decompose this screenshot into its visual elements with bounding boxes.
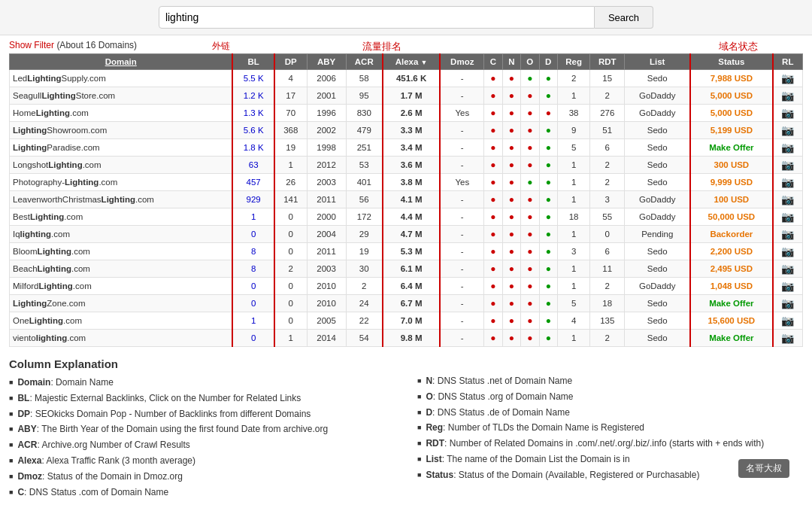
acr-cell: 53 — [346, 157, 383, 174]
bl-cell[interactable]: 8 — [232, 243, 274, 260]
bl-cell[interactable]: 1.2 K — [232, 87, 274, 105]
status-cell[interactable]: Backorder — [690, 226, 772, 243]
rl-cell[interactable]: 📷 — [773, 122, 803, 139]
o-cell: ● — [521, 226, 539, 243]
th-dmoz[interactable]: Dmoz — [440, 54, 483, 70]
bl-cell[interactable]: 0 — [232, 295, 274, 312]
rl-cell[interactable]: 📷 — [773, 87, 803, 105]
status-cell[interactable]: 5,000 USD — [690, 87, 772, 105]
dp-cell: 4 — [274, 70, 307, 87]
bl-cell[interactable]: 0 — [232, 278, 274, 295]
status-cell[interactable]: 7,988 USD — [690, 70, 772, 87]
camera-icon[interactable]: 📷 — [781, 193, 794, 205]
th-n[interactable]: N — [502, 54, 520, 70]
rl-cell[interactable]: 📷 — [773, 139, 803, 157]
bl-cell[interactable]: 8 — [232, 260, 274, 278]
d-cell: ● — [539, 260, 557, 278]
dmoz-cell: - — [440, 208, 483, 226]
rl-cell[interactable]: 📷 — [773, 312, 803, 330]
search-input[interactable] — [159, 6, 595, 29]
status-cell[interactable]: 1,048 USD — [690, 278, 772, 295]
bl-cell[interactable]: 5.5 K — [232, 70, 274, 87]
bl-cell[interactable]: 0 — [232, 226, 274, 243]
th-acr[interactable]: ACR — [346, 54, 383, 70]
status-cell[interactable]: 5,000 USD — [690, 105, 772, 122]
status-cell[interactable]: 2,200 USD — [690, 243, 772, 260]
th-aby[interactable]: ABY — [307, 54, 346, 70]
bl-cell[interactable]: 5.6 K — [232, 122, 274, 139]
th-d[interactable]: D — [539, 54, 557, 70]
status-cell[interactable]: 5,199 USD — [690, 122, 772, 139]
camera-icon[interactable]: 📷 — [781, 159, 794, 171]
rl-cell[interactable]: 📷 — [773, 70, 803, 87]
status-cell[interactable]: 9,999 USD — [690, 174, 772, 191]
th-rdt[interactable]: RDT — [590, 54, 625, 70]
bl-cell[interactable]: 457 — [232, 174, 274, 191]
dp-cell: 1 — [274, 157, 307, 174]
status-cell[interactable]: 100 USD — [690, 191, 772, 208]
th-rl[interactable]: RL — [773, 54, 803, 70]
camera-icon[interactable]: 📷 — [781, 141, 794, 154]
camera-icon[interactable]: 📷 — [781, 72, 794, 84]
status-cell[interactable]: Make Offer — [690, 139, 772, 157]
camera-icon[interactable]: 📷 — [781, 211, 794, 223]
header-row: Show Filter (About 16 Domains) 外链 流量排名 域… — [9, 40, 803, 50]
rdt-cell: 18 — [590, 295, 625, 312]
bl-cell[interactable]: 0 — [232, 330, 274, 347]
rl-cell[interactable]: 📷 — [773, 174, 803, 191]
status-cell[interactable]: Make Offer — [690, 330, 772, 347]
camera-icon[interactable]: 📷 — [781, 90, 794, 102]
explanation-item: BL: Majestic External Backlinks, Click o… — [9, 392, 395, 405]
rl-cell[interactable]: 📷 — [773, 295, 803, 312]
dmoz-cell: - — [440, 330, 483, 347]
th-bl[interactable]: BL — [232, 54, 274, 70]
status-cell[interactable]: Make Offer — [690, 295, 772, 312]
rl-cell[interactable]: 📷 — [773, 243, 803, 260]
rl-cell[interactable]: 📷 — [773, 226, 803, 243]
rl-cell[interactable]: 📷 — [773, 157, 803, 174]
th-reg[interactable]: Reg — [557, 54, 589, 70]
alexa-cell: 6.7 M — [383, 295, 440, 312]
camera-icon[interactable]: 📷 — [781, 176, 794, 188]
camera-icon[interactable]: 📷 — [781, 107, 794, 119]
status-cell[interactable]: 50,000 USD — [690, 208, 772, 226]
camera-icon[interactable]: 📷 — [781, 297, 794, 309]
rl-cell[interactable]: 📷 — [773, 191, 803, 208]
acr-cell: 172 — [346, 208, 383, 226]
camera-icon[interactable]: 📷 — [781, 245, 794, 257]
th-domain[interactable]: Domain — [10, 54, 233, 70]
bl-cell[interactable]: 1 — [232, 208, 274, 226]
status-cell[interactable]: 15,600 USD — [690, 312, 772, 330]
rl-cell[interactable]: 📷 — [773, 260, 803, 278]
camera-icon[interactable]: 📷 — [781, 280, 794, 292]
bl-cell[interactable]: 1 — [232, 312, 274, 330]
th-c[interactable]: C — [484, 54, 502, 70]
status-cell[interactable]: 300 USD — [690, 157, 772, 174]
camera-icon[interactable]: 📷 — [781, 228, 794, 240]
rl-cell[interactable]: 📷 — [773, 105, 803, 122]
status-cell[interactable]: 2,495 USD — [690, 260, 772, 278]
camera-icon[interactable]: 📷 — [781, 124, 794, 136]
rl-cell[interactable]: 📷 — [773, 278, 803, 295]
search-button[interactable]: Search — [595, 6, 653, 29]
th-o[interactable]: O — [521, 54, 539, 70]
dmoz-cell: - — [440, 122, 483, 139]
th-list[interactable]: List — [625, 54, 690, 70]
th-alexa[interactable]: Alexa ▼ — [383, 54, 440, 70]
bl-cell[interactable]: 1.3 K — [232, 105, 274, 122]
camera-icon[interactable]: 📷 — [781, 263, 794, 275]
show-filter[interactable]: Show Filter (About 16 Domains) — [9, 40, 137, 50]
rl-cell[interactable]: 📷 — [773, 208, 803, 226]
bl-cell[interactable]: 929 — [232, 191, 274, 208]
th-dp[interactable]: DP — [274, 54, 307, 70]
camera-icon[interactable]: 📷 — [781, 332, 794, 344]
dp-cell: 70 — [274, 105, 307, 122]
rl-cell[interactable]: 📷 — [773, 330, 803, 347]
camera-icon[interactable]: 📷 — [781, 315, 794, 327]
c-cell: ● — [484, 260, 502, 278]
th-status[interactable]: Status — [690, 54, 772, 70]
bl-cell[interactable]: 1.8 K — [232, 139, 274, 157]
bl-cell[interactable]: 63 — [232, 157, 274, 174]
list-cell: Sedo — [625, 174, 690, 191]
d-cell: ● — [539, 139, 557, 157]
